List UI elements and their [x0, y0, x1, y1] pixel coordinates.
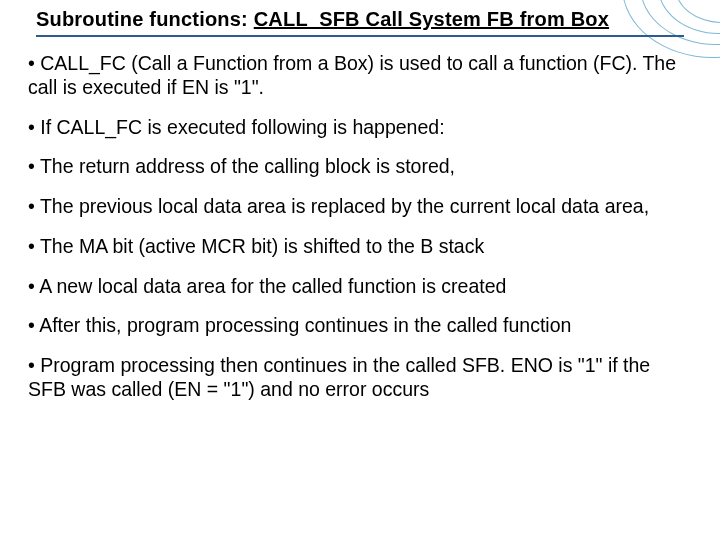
bullet-item: • If CALL_FC is executed following is ha…	[28, 116, 692, 140]
bullet-item: • A new local data area for the called f…	[28, 275, 692, 299]
title-underline-rule	[36, 35, 684, 37]
body-text: • CALL_FC (Call a Function from a Box) i…	[28, 52, 692, 520]
title-plain: Subroutine functions:	[36, 8, 254, 30]
bullet-item: • The previous local data area is replac…	[28, 195, 692, 219]
bullet-item: • The return address of the calling bloc…	[28, 155, 692, 179]
bullet-item: • The MA bit (active MCR bit) is shifted…	[28, 235, 692, 259]
title-area: Subroutine functions: CALL_SFB Call Syst…	[36, 8, 684, 37]
bullet-item: • Program processing then continues in t…	[28, 354, 692, 402]
bullet-item: • CALL_FC (Call a Function from a Box) i…	[28, 52, 692, 100]
title-underlined: CALL_SFB Call System FB from Box	[254, 8, 609, 30]
slide: Subroutine functions: CALL_SFB Call Syst…	[0, 0, 720, 540]
slide-title: Subroutine functions: CALL_SFB Call Syst…	[36, 8, 684, 31]
bullet-item: • After this, program processing continu…	[28, 314, 692, 338]
